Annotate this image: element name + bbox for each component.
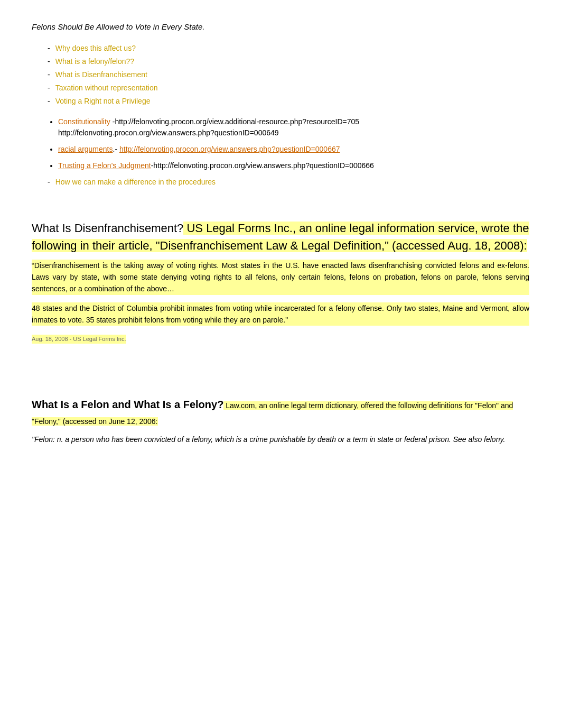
constitutionality-link1: -http://felonvoting.procon.org/view.addi…	[110, 117, 359, 126]
list-item-text: Taxation without representation	[55, 82, 158, 94]
bottom-dash-list: - How we can make a difference in the pr…	[48, 177, 529, 188]
felon-heading-text: What Is a Felon and What Is a Felony?	[32, 399, 223, 410]
list-item: - Why does this affect us?	[48, 43, 529, 54]
disenfranchisement-para2: 48 states and the District of Columbia p…	[32, 302, 529, 326]
racial-separator: .-	[113, 145, 119, 153]
disenfranchisement-heading-text: What Is Disenfranchisement?	[32, 222, 183, 235]
dash-icon: -	[48, 56, 50, 67]
dash-icon: -	[48, 96, 50, 107]
dash-icon: -	[48, 82, 50, 94]
disenfranchisement-heading: What Is Disenfranchisement? US Legal For…	[32, 219, 529, 254]
list-item-text: What is a felony/felon??	[55, 56, 134, 67]
dash-list: - Why does this affect us? - What is a f…	[48, 43, 529, 107]
racial-label[interactable]: racial arguments	[58, 145, 113, 153]
list-item-constitutionality: Constitutionality -http://felonvoting.pr…	[58, 116, 529, 139]
disenfranchisement-source: Aug. 18, 2008 - US Legal Forms Inc.	[32, 335, 126, 344]
difference-text: How we can make a difference in the proc…	[55, 177, 216, 188]
racial-link[interactable]: http://felonvoting.procon.org/view.answe…	[119, 145, 340, 153]
list-item-text: Voting a Right not a Privilege	[55, 96, 151, 107]
list-item-text: What is Disenfranchisement	[55, 69, 147, 80]
trusting-link: -http://felonvoting.procon.org/view.answ…	[151, 161, 374, 170]
list-item: - What is a felony/felon??	[48, 56, 529, 67]
felon-definition: "Felon: n. a person who has been convict…	[32, 434, 529, 445]
list-item-trusting: Trusting a Felon's Judgment-http://felon…	[58, 160, 529, 171]
dash-icon: -	[48, 69, 50, 80]
section-disenfranchisement: What Is Disenfranchisement? US Legal For…	[32, 219, 529, 365]
dash-icon: -	[48, 43, 50, 54]
list-item-racial: racial arguments.- http://felonvoting.pr…	[58, 144, 529, 155]
bullet-list: Constitutionality -http://felonvoting.pr…	[58, 116, 529, 171]
list-item-text: Why does this affect us?	[55, 43, 136, 54]
list-item: - Voting a Right not a Privilege	[48, 96, 529, 107]
list-item: - Taxation without representation	[48, 82, 529, 94]
felon-heading: What Is a Felon and What Is a Felony? La…	[32, 397, 529, 428]
constitutionality-label: Constitutionality	[58, 117, 110, 126]
list-item-difference: - How we can make a difference in the pr…	[48, 177, 529, 188]
list-item: - What is Disenfranchisement	[48, 69, 529, 80]
dash-icon: -	[48, 177, 50, 188]
trusting-label[interactable]: Trusting a Felon's Judgment	[58, 161, 151, 170]
page-title: Felons Should Be Allowed to Vote in Ever…	[32, 21, 529, 33]
section-felon: What Is a Felon and What Is a Felony? La…	[32, 397, 529, 445]
constitutionality-link2: http://felonvoting.procon.org/view.answe…	[58, 128, 279, 137]
disenfranchisement-para1: “Disenfranchisement is the taking away o…	[32, 260, 529, 295]
